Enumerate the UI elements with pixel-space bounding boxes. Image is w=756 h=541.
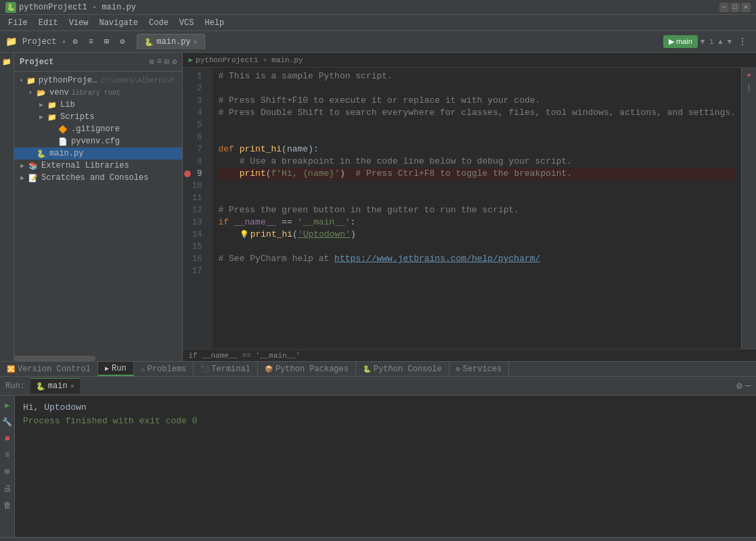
tab-area: 🐍 main.py ✕ — [137, 34, 204, 49]
panel-gear-icon[interactable]: ⚙ — [172, 57, 177, 67]
tab-problems[interactable]: ⚠ Problems — [134, 362, 194, 376]
tree-item-pyvenv[interactable]: 📄 pyvenv.cfg — [14, 135, 182, 147]
panel-split-icon[interactable]: ⊟ — [164, 57, 169, 67]
kw-if: if — [218, 216, 234, 229]
ln-16: 16 — [183, 253, 207, 265]
tree-item-extlib[interactable]: ▶ 📚 External Libraries — [14, 160, 182, 172]
right-icon-1[interactable]: ● — [745, 70, 752, 80]
problems-icon: ⚠ — [141, 365, 145, 373]
run-panel: Run: 🐍 main ✕ ⚙ — ▶ 🔧 ■ ≡ ⊞ 🖨 🗑 Hi, Upto… — [0, 376, 756, 537]
menu-navigate[interactable]: Navigate — [93, 17, 143, 29]
tab-terminal[interactable]: ⬛ Terminal — [194, 362, 258, 376]
run-trash-icon[interactable]: 🗑 — [1, 498, 14, 513]
paren-close-14: ) — [351, 229, 356, 241]
comment-3: # Press Shift+F10 to execute it or repla… — [218, 95, 540, 107]
code-content[interactable]: # This is a sample Python script. # Pres… — [213, 68, 741, 349]
run-panel-settings-icon[interactable]: ⚙ — [736, 380, 742, 392]
editor-tab-main[interactable]: 🐍 main.py ✕ — [137, 34, 204, 49]
breadcrumb: ▶ pythonProject1 › main.py — [183, 53, 756, 68]
app-icon: 🐍 — [5, 2, 16, 13]
tree-item-venv[interactable]: ▾ 📂 venv library root — [14, 87, 182, 99]
menu-view[interactable]: View — [64, 17, 94, 29]
run-stop-icon[interactable]: ■ — [3, 432, 12, 446]
left-panel-scrollbar-thumb[interactable] — [14, 356, 95, 361]
gear-icon[interactable]: ⚙ — [116, 34, 129, 49]
help-link[interactable]: https://www.jetbrains.com/help/pycharm/ — [334, 253, 540, 265]
tab-python-console[interactable]: 🐍 Python Console — [356, 362, 449, 376]
left-panel-scrollbar[interactable] — [14, 356, 182, 361]
code-line-9: xxxxprint(f'Hi, {name}') # Press Ctrl+F8… — [218, 168, 736, 180]
run-panel-content: ▶ 🔧 ■ ≡ ⊞ 🖨 🗑 Hi, Uptodown Process finis… — [0, 396, 756, 537]
tab-run[interactable]: ▶ Run — [98, 362, 134, 376]
toolbar-more-icon[interactable]: ⋮ — [734, 34, 751, 49]
menu-edit[interactable]: Edit — [33, 17, 64, 29]
comment-12: # Press the green button in the gutter t… — [218, 204, 519, 216]
settings-icon[interactable]: ⚙ — [68, 34, 81, 49]
minimize-button[interactable]: — — [719, 3, 729, 12]
tree-item-project[interactable]: ▾ 📁 pythonProject1 C:\Users\Alberto\Pych… — [14, 74, 182, 87]
tab-close-button[interactable]: ✕ — [194, 38, 198, 46]
tree-item-scripts[interactable]: ▶ 📁 Scripts — [14, 111, 182, 123]
panel-layout-icon[interactable]: ≡ — [157, 57, 162, 67]
panel-settings-icon[interactable]: ⚙ — [150, 57, 154, 67]
library-root-badge: library root — [72, 89, 120, 97]
code-line-12: # Press the green button in the gutter t… — [218, 204, 736, 216]
run-rerun-icon[interactable]: 🔧 — [0, 415, 14, 429]
tab-services[interactable]: ⚙ Services — [449, 362, 510, 376]
run-green-button[interactable]: ▶ — [3, 398, 12, 413]
run-output: Hi, Uptodown Process finished with exit … — [15, 396, 756, 537]
code-line-1: # This is a sample Python script. — [218, 70, 736, 83]
dunder-name: __name__ — [234, 216, 276, 229]
tree-item-mainpy[interactable]: 🐍 main.py — [14, 147, 182, 160]
tab-terminal-label: Terminal — [211, 364, 250, 374]
tab-packages-label: Python Packages — [275, 364, 349, 374]
tree-label-extlib: External Libraries — [41, 161, 129, 170]
run-panel-active-tab[interactable]: 🐍 main ✕ — [30, 378, 80, 394]
menu-code[interactable]: Code — [143, 17, 174, 29]
run-scroll-icon[interactable]: ≡ — [3, 448, 12, 462]
tree-arrow-scratches: ▶ — [17, 174, 28, 182]
run-panel-controls: ⚙ — — [736, 380, 751, 392]
code-line-8: xxxx# Use a breakpoint in the code line … — [218, 156, 736, 168]
menu-file[interactable]: File — [3, 17, 33, 29]
menu-vcs[interactable]: VCS — [174, 17, 200, 29]
code-line-10 — [218, 180, 736, 192]
panel-title: Project — [20, 57, 53, 67]
comment-1: # This is a sample Python script. — [218, 70, 392, 83]
comment-8: # Use a breakpoint in the code line belo… — [240, 156, 572, 168]
tab-python-packages[interactable]: 📦 Python Packages — [258, 362, 356, 376]
tree-label-lib: Lib — [60, 100, 75, 110]
tree-label-project: pythonProject1 — [39, 76, 99, 85]
project-dropdown-icon[interactable]: ▾ — [62, 38, 66, 46]
project-view-icon[interactable]: 📁 — [0, 55, 14, 68]
ln-9: 9 — [183, 168, 207, 180]
run-print-icon[interactable]: 🖨 — [1, 481, 14, 496]
panel-header-icons: ⚙ ≡ ⊟ ⚙ — [150, 57, 177, 67]
tab-version-control[interactable]: 🔀 Version Control — [0, 362, 98, 376]
code-line-14: xxxx💡print_hi('Uptodown') — [218, 229, 736, 241]
maximize-button[interactable]: □ — [730, 3, 740, 12]
run-filter-icon[interactable]: ⊞ — [3, 465, 12, 479]
status-bar: 14:23 CRLF UTF-8 4 spaces Python 3.8 (py… — [0, 537, 756, 541]
tree-label-mainpy: main.py — [49, 149, 83, 158]
tree-arrow-scripts: ▶ — [36, 113, 47, 121]
fn-print-9: print — [240, 168, 266, 180]
align-icon[interactable]: ≡ — [85, 35, 97, 49]
close-button[interactable]: ✕ — [741, 3, 751, 12]
tree-item-gitignore[interactable]: 🔶 .gitignore — [14, 123, 182, 135]
tab-services-label: Services — [463, 364, 502, 374]
terminal-icon: ⬛ — [200, 365, 208, 373]
tree-item-lib[interactable]: ▶ 📁 Lib — [14, 99, 182, 111]
run-tab-close[interactable]: ✕ — [70, 382, 74, 390]
paren-open-14: ( — [292, 229, 298, 241]
tree-item-scratches[interactable]: ▶ 📝 Scratches and Consoles — [14, 172, 182, 184]
project-label[interactable]: Project — [18, 35, 60, 49]
code-editor[interactable]: 1 2 3 4 5 6 7 8 9 10 11 12 13 14 15 16 1… — [183, 68, 756, 349]
run-panel-minimize-icon[interactable]: — — [745, 380, 751, 392]
services-icon: ⚙ — [456, 365, 460, 373]
ln-3: 3 — [183, 95, 207, 107]
split-icon[interactable]: ⊞ — [100, 34, 113, 49]
menu-help[interactable]: Help — [199, 17, 229, 29]
tab-problems-label: Problems — [148, 364, 187, 374]
run-button[interactable]: ▶ main — [663, 35, 698, 48]
